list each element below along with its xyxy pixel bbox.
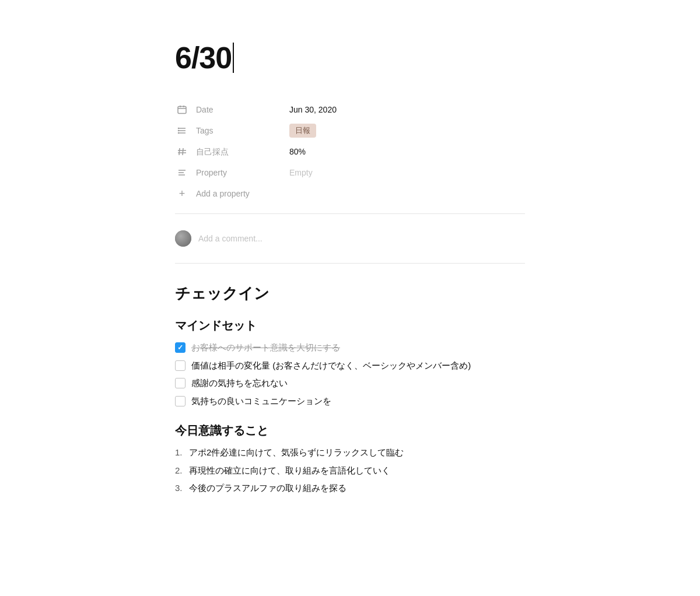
hash-icon xyxy=(175,145,189,159)
property-label: Property xyxy=(196,167,289,179)
list-item: 価値は相手の変化量 (お客さんだけでなく、ベーシックやメンバー含め) xyxy=(175,359,525,373)
avatar-image xyxy=(175,230,191,247)
list-num: 2. xyxy=(175,464,189,478)
today-heading: 今日意識すること xyxy=(175,422,525,439)
checkbox-text-2: 価値は相手の変化量 (お客さんだけでなく、ベーシックやメンバー含め) xyxy=(191,359,471,373)
ordered-text-1: アポ2件必達に向けて、気張らずにリラックスして臨む xyxy=(189,446,404,460)
list-item: 1. アポ2件必達に向けて、気張らずにリラックスして臨む xyxy=(175,446,525,460)
tags-label: Tags xyxy=(196,125,289,137)
divider-2 xyxy=(175,263,525,264)
list-item: 感謝の気持ちを忘れない xyxy=(175,377,525,390)
score-label: 自己採点 xyxy=(196,146,289,158)
date-label: Date xyxy=(196,104,289,116)
comment-row[interactable]: Add a comment... xyxy=(175,223,525,254)
mindset-list: お客様へのサポート意識を大切にする 価値は相手の変化量 (お客さんだけでなく、ベ… xyxy=(175,341,525,408)
page-title[interactable]: 6/30 xyxy=(175,35,525,80)
list-item: お客様へのサポート意識を大切にする xyxy=(175,341,525,355)
text-cursor xyxy=(233,43,234,73)
svg-line-11 xyxy=(183,148,183,155)
checkbox-text-1: お客様へのサポート意識を大切にする xyxy=(191,341,340,355)
list-icon xyxy=(175,124,189,138)
calendar-icon xyxy=(175,103,189,117)
add-property-label: Add a property xyxy=(196,188,250,200)
property-property-row[interactable]: Property Empty xyxy=(175,162,525,183)
svg-line-10 xyxy=(179,148,180,155)
section-heading: チェックイン xyxy=(175,282,525,305)
mindset-heading: マインドセット xyxy=(175,317,525,334)
comment-placeholder: Add a comment... xyxy=(198,233,262,245)
ordered-text-3: 今後のプラスアルファの取り組みを探る xyxy=(189,482,346,495)
page-container: 6/30 Date Jun 30, 2020 xyxy=(128,0,572,556)
checkbox-1[interactable] xyxy=(175,342,186,353)
tags-property-row[interactable]: Tags 日報 xyxy=(175,120,525,141)
score-value: 80% xyxy=(289,146,306,158)
tags-badge: 日報 xyxy=(289,124,316,138)
plus-icon: + xyxy=(175,187,189,201)
content-section: チェックイン マインドセット お客様へのサポート意識を大切にする 価値は相手の変… xyxy=(175,282,525,495)
avatar xyxy=(175,230,191,247)
svg-point-8 xyxy=(178,131,179,131)
list-num: 3. xyxy=(175,482,189,495)
ordered-text-2: 再現性の確立に向けて、取り組みを言語化していく xyxy=(189,464,390,478)
svg-point-9 xyxy=(178,133,179,134)
checkbox-text-4: 気持ちの良いコミュニケーションを xyxy=(191,395,331,408)
score-property-row[interactable]: 自己採点 80% xyxy=(175,141,525,162)
date-value: Jun 30, 2020 xyxy=(289,104,337,116)
property-value: Empty xyxy=(289,167,313,179)
svg-rect-0 xyxy=(178,107,186,114)
lines-icon xyxy=(175,166,189,180)
divider-1 xyxy=(175,213,525,214)
checkbox-4[interactable] xyxy=(175,396,186,406)
add-property-row[interactable]: + Add a property xyxy=(175,183,525,204)
svg-point-7 xyxy=(178,128,179,129)
date-property-row[interactable]: Date Jun 30, 2020 xyxy=(175,99,525,120)
list-num: 1. xyxy=(175,446,189,460)
checkbox-3[interactable] xyxy=(175,378,186,388)
today-list: 1. アポ2件必達に向けて、気張らずにリラックスして臨む 2. 再現性の確立に向… xyxy=(175,446,525,495)
list-item: 気持ちの良いコミュニケーションを xyxy=(175,395,525,408)
list-item: 2. 再現性の確立に向けて、取り組みを言語化していく xyxy=(175,464,525,478)
checkbox-2[interactable] xyxy=(175,360,186,371)
list-item: 3. 今後のプラスアルファの取り組みを探る xyxy=(175,482,525,495)
page-title-text: 6/30 xyxy=(175,35,232,80)
checkbox-text-3: 感謝の気持ちを忘れない xyxy=(191,377,288,390)
properties-section: Date Jun 30, 2020 Tags 日報 xyxy=(175,99,525,204)
